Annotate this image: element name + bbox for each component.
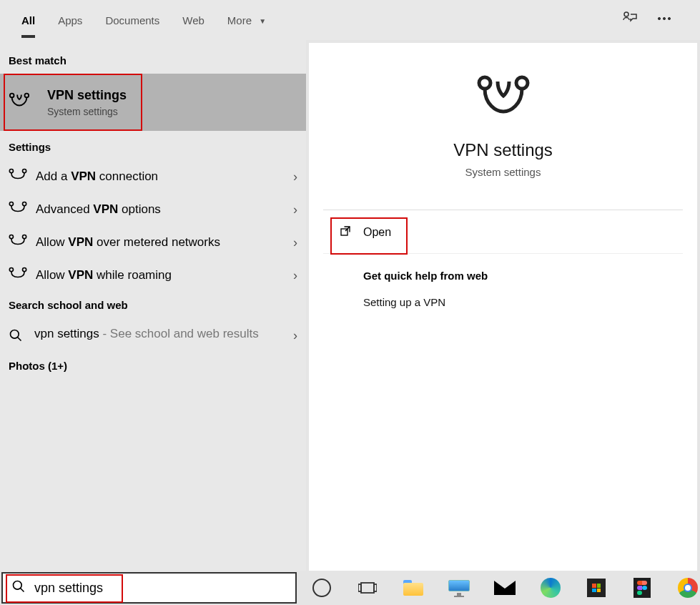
photos-heading: Photos (1+): [0, 353, 306, 379]
best-match-subtitle: System settings: [47, 106, 127, 117]
network-icon: [9, 168, 26, 185]
file-explorer-button[interactable]: [401, 576, 425, 600]
divider: [323, 210, 683, 210]
chevron-right-icon: ›: [293, 328, 297, 343]
settings-item-add-vpn[interactable]: Add a VPN connection ›: [0, 160, 306, 193]
svg-rect-19: [361, 583, 374, 593]
open-label: Open: [363, 226, 391, 239]
taskbar: [0, 571, 700, 605]
chevron-right-icon: ›: [293, 235, 297, 250]
vpn-settings-hero-icon: [475, 74, 532, 120]
folder-icon: [403, 580, 423, 596]
tab-documents[interactable]: Documents: [94, 9, 171, 32]
chevron-right-icon: ›: [293, 268, 297, 283]
edge-icon: [541, 578, 561, 598]
network-icon: [9, 201, 26, 218]
store-icon: [587, 579, 606, 597]
best-match-result[interactable]: VPN settings System settings: [0, 74, 306, 131]
chevron-right-icon: ›: [293, 202, 297, 217]
best-match-heading: Best match: [0, 50, 306, 74]
svg-point-4: [10, 94, 14, 98]
search-input[interactable]: [3, 574, 295, 602]
quick-help-heading: Get quick help from web: [363, 270, 488, 282]
svg-point-8: [9, 202, 13, 206]
divider: [323, 253, 683, 254]
svg-point-2: [663, 17, 665, 19]
svg-point-15: [479, 77, 491, 89]
network-icon: [9, 267, 26, 284]
svg-point-7: [23, 169, 26, 173]
tab-more-label: More: [227, 14, 252, 26]
tab-more[interactable]: More ▼: [216, 9, 277, 32]
svg-point-16: [516, 77, 528, 89]
chevron-down-icon: ▼: [259, 17, 266, 25]
chrome-button[interactable]: [676, 576, 700, 600]
tab-web[interactable]: Web: [171, 9, 216, 32]
svg-point-10: [9, 235, 13, 239]
this-pc-button[interactable]: [447, 576, 471, 600]
svg-point-11: [23, 235, 26, 239]
cortana-icon: [312, 579, 331, 597]
results-pane: Best match VPN settings System settings …: [0, 40, 306, 605]
svg-point-1: [658, 17, 660, 19]
more-options-icon[interactable]: [656, 10, 673, 30]
open-external-icon: [339, 225, 352, 240]
svg-point-6: [9, 169, 13, 173]
settings-item-label: Advanced VPN options: [36, 202, 293, 217]
web-search-result[interactable]: vpn settings - See school and web result…: [0, 318, 306, 353]
mail-icon: [494, 581, 516, 595]
feedback-icon[interactable]: [621, 10, 639, 30]
figma-icon: [634, 578, 651, 598]
network-icon: [9, 234, 26, 251]
search-filter-tabbar: All Apps Documents Web More ▼: [0, 0, 700, 40]
svg-point-18: [14, 581, 22, 590]
best-match-title: VPN settings: [47, 88, 127, 103]
svg-point-14: [11, 330, 19, 339]
task-view-icon: [358, 580, 377, 596]
settings-item-label: Add a VPN connection: [36, 169, 293, 184]
settings-item-advanced-vpn[interactable]: Advanced VPN options ›: [0, 193, 306, 226]
tab-apps[interactable]: Apps: [46, 9, 94, 32]
store-button[interactable]: [584, 576, 608, 600]
svg-point-3: [668, 17, 670, 19]
svg-point-12: [9, 268, 13, 272]
tab-all[interactable]: All: [10, 9, 46, 32]
search-icon: [11, 579, 26, 596]
svg-point-9: [23, 202, 26, 206]
monitor-icon: [448, 580, 470, 596]
edge-button[interactable]: [538, 576, 563, 600]
cortana-button[interactable]: [310, 576, 334, 600]
chevron-right-icon: ›: [293, 169, 297, 185]
search-web-heading: Search school and web: [0, 292, 306, 318]
quick-help-link[interactable]: Setting up a VPN: [363, 296, 445, 308]
vpn-settings-icon: [9, 92, 30, 113]
settings-item-label: Allow VPN over metered networks: [36, 235, 293, 250]
search-icon: [9, 328, 23, 345]
settings-item-label: Allow VPN while roaming: [36, 268, 293, 282]
open-button[interactable]: Open: [333, 217, 403, 247]
preview-subtitle: System settings: [465, 166, 541, 178]
preview-title: VPN settings: [453, 140, 553, 160]
web-search-label: vpn settings - See school and web result…: [34, 325, 293, 343]
settings-heading: Settings: [0, 131, 306, 160]
taskbar-search-box[interactable]: [1, 572, 297, 604]
svg-point-5: [25, 94, 29, 98]
figma-button[interactable]: [630, 576, 654, 600]
svg-point-0: [624, 12, 628, 16]
task-view-button[interactable]: [355, 576, 380, 600]
mail-button[interactable]: [493, 576, 517, 600]
chrome-icon: [678, 578, 698, 598]
svg-rect-20: [358, 584, 361, 591]
svg-point-13: [23, 268, 26, 272]
settings-item-vpn-metered[interactable]: Allow VPN over metered networks ›: [0, 226, 306, 259]
preview-pane: VPN settings System settings Open Get qu…: [309, 43, 697, 602]
settings-item-vpn-roaming[interactable]: Allow VPN while roaming ›: [0, 259, 306, 292]
svg-rect-21: [374, 584, 377, 591]
